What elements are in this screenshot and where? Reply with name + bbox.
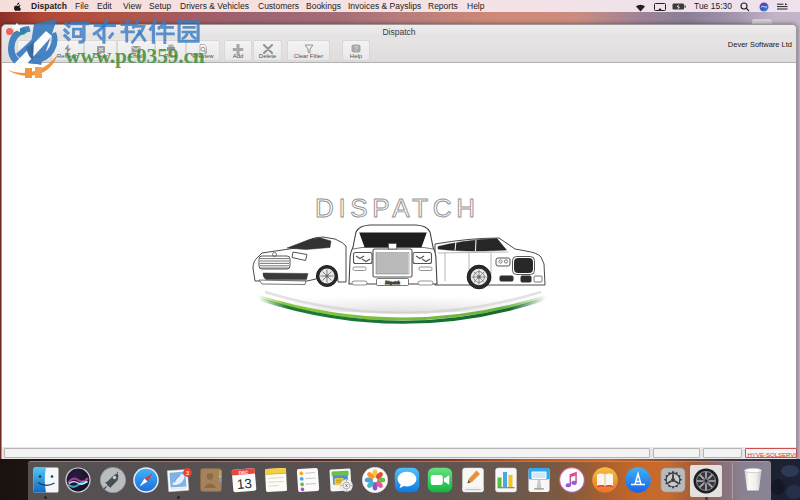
svg-text:3: 3: [185, 469, 189, 476]
svg-text:DEC: DEC: [238, 470, 249, 476]
svg-text:Dispatch: Dispatch: [384, 280, 399, 285]
svg-text:13: 13: [236, 476, 252, 492]
svg-text:?: ?: [354, 45, 358, 52]
svg-text:DISPATCH: DISPATCH: [315, 193, 479, 223]
